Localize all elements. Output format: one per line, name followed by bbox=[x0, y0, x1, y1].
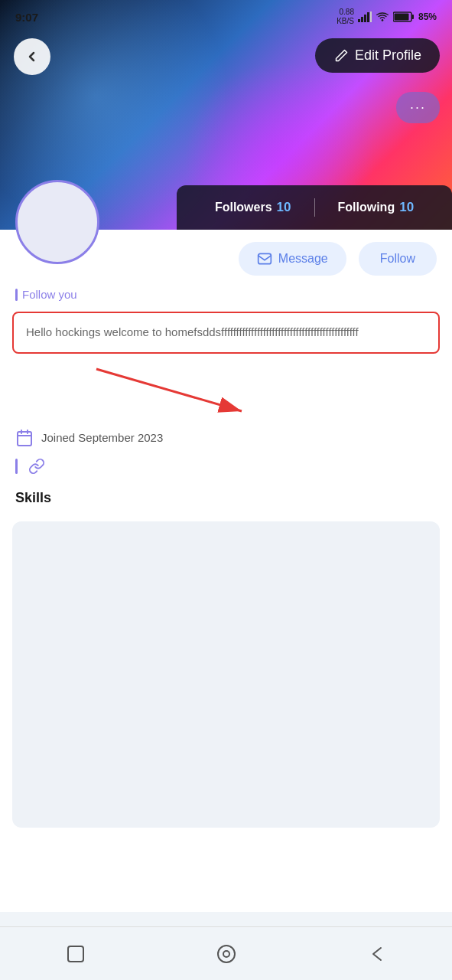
svg-rect-13 bbox=[68, 946, 83, 962]
joined-row: Joined September 2023 bbox=[0, 423, 452, 453]
red-arrow-container bbox=[12, 361, 440, 423]
signal-icon bbox=[358, 11, 372, 22]
svg-rect-0 bbox=[358, 19, 360, 22]
followers-stat[interactable]: Followers 10 bbox=[192, 200, 314, 215]
nav-recents-button[interactable] bbox=[63, 942, 88, 966]
status-right: 0.88KB/S 85% bbox=[337, 8, 437, 26]
svg-rect-8 bbox=[411, 15, 414, 19]
back-icon bbox=[367, 944, 387, 964]
nav-back-button[interactable] bbox=[365, 942, 389, 966]
svg-rect-7 bbox=[394, 14, 408, 21]
annotation-arrow bbox=[89, 361, 280, 419]
back-button[interactable] bbox=[14, 38, 50, 75]
link-icon bbox=[28, 458, 45, 475]
svg-rect-12 bbox=[18, 432, 31, 446]
avatar-container bbox=[15, 180, 99, 264]
follow-you-label: Follow you bbox=[0, 283, 452, 307]
svg-rect-3 bbox=[367, 12, 369, 22]
svg-point-14 bbox=[218, 946, 235, 962]
follow-button[interactable]: Follow bbox=[359, 242, 437, 276]
bottom-nav bbox=[0, 926, 452, 980]
followers-label: Followers bbox=[215, 201, 272, 214]
svg-rect-9 bbox=[259, 253, 272, 263]
battery-icon bbox=[393, 11, 415, 22]
svg-rect-2 bbox=[364, 15, 366, 22]
skills-section: Skills bbox=[0, 479, 452, 514]
message-button[interactable]: Message bbox=[239, 242, 346, 276]
edit-profile-button[interactable]: Edit Profile bbox=[315, 38, 440, 73]
battery-percent: 85% bbox=[418, 11, 437, 22]
action-buttons: Message Follow bbox=[99, 230, 452, 283]
recents-icon bbox=[66, 944, 86, 964]
status-bar: 9:07 0.88KB/S 85% bbox=[0, 0, 452, 34]
bio-box: Hello hockings welcome to homefsddsfffff… bbox=[12, 312, 440, 354]
follow-label: Follow bbox=[380, 252, 415, 265]
status-time: 9:07 bbox=[15, 11, 38, 24]
svg-rect-1 bbox=[361, 17, 363, 22]
following-count: 10 bbox=[399, 200, 414, 215]
home-icon bbox=[216, 943, 237, 965]
svg-point-5 bbox=[382, 19, 384, 21]
following-stat[interactable]: Following 10 bbox=[315, 200, 437, 215]
edit-profile-label: Edit Profile bbox=[355, 47, 421, 64]
status-speed: 0.88KB/S bbox=[337, 8, 354, 26]
bio-text: Hello hockings welcome to homefsddsfffff… bbox=[26, 325, 359, 338]
avatar bbox=[15, 180, 99, 264]
followers-count: 10 bbox=[277, 200, 291, 215]
skills-content bbox=[12, 521, 440, 828]
joined-label: Joined September 2023 bbox=[41, 431, 163, 444]
more-dots: ··· bbox=[410, 100, 426, 115]
stats-bar: Followers 10 Following 10 bbox=[177, 185, 452, 230]
pencil-icon bbox=[333, 48, 349, 64]
following-label: Following bbox=[338, 201, 395, 214]
skills-title: Skills bbox=[15, 490, 51, 505]
link-pipe bbox=[15, 459, 18, 474]
nav-home-button[interactable] bbox=[214, 942, 239, 966]
link-row[interactable] bbox=[0, 453, 452, 479]
calendar-icon bbox=[15, 429, 34, 447]
message-icon bbox=[257, 251, 272, 266]
wifi-icon bbox=[376, 11, 389, 22]
svg-line-11 bbox=[96, 369, 242, 411]
more-options-button[interactable]: ··· bbox=[396, 92, 440, 123]
svg-point-15 bbox=[223, 951, 229, 957]
svg-rect-4 bbox=[370, 11, 372, 22]
profile-area: Message Follow Follow you Hello hockings… bbox=[0, 230, 452, 912]
message-label: Message bbox=[278, 252, 328, 266]
